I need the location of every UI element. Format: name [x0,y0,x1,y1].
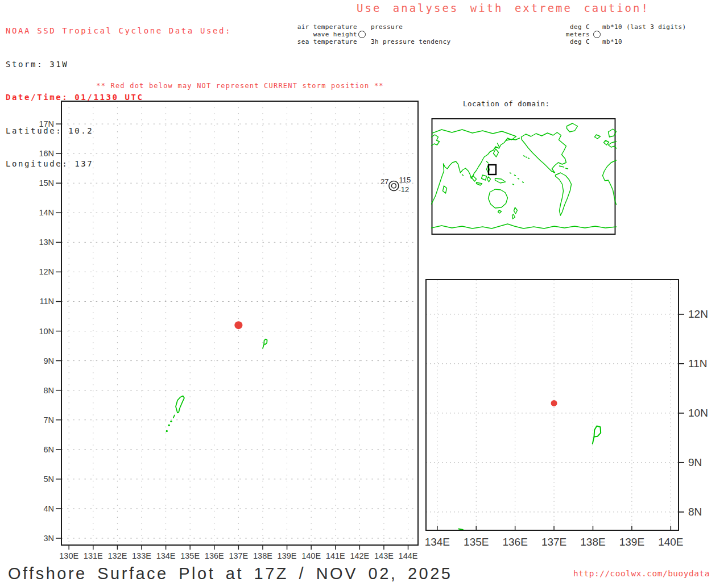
units-pressure-label: mb*10 (last 3 digits) [602,23,686,31]
y-tick-label: 11N [39,297,54,306]
legend-air-temperature-label: air temperature [255,23,357,31]
y-tick-label: 12N [39,267,54,276]
x-tick-label: 134E [156,551,176,560]
x-tick-label: 137E [541,536,566,548]
zoom_map-plot: 8N9N10N11N12N134E135E136E137E138E139E140… [425,280,708,548]
world-map-frame [432,119,615,234]
units-model-circle-icon [593,31,601,38]
units-tendency-label: mb*10 [602,38,622,45]
world-map-coastlines [432,123,617,228]
y-tick-label: 3N [43,534,54,543]
edge-island [459,529,464,530]
storm-position-warning: ** Red dot below may NOT represent CURRE… [61,82,419,90]
x-tick-label: 135E [180,551,200,560]
axis-ticks-labels: 8N9N10N11N12N134E135E136E137E138E139E140… [425,308,708,548]
x-tick-label: 138E [580,536,605,548]
storm-position-dot [551,400,557,406]
legend-wave-height-label: wave height [255,31,357,38]
y-tick-label: 11N [688,357,707,369]
x-tick-label: 138E [253,551,272,560]
plot-title: Offshore Surface Plot at 17Z / NOV 02, 2… [8,564,452,582]
x-tick-label: 139E [278,551,297,560]
info-line-noaa: NOAA SSD Tropical Cyclone Data Used: [6,26,231,37]
island-speck [170,421,172,422]
x-tick-label: 133E [132,551,151,560]
x-tick-label: 141E [326,551,345,560]
y-tick-label: 10N [39,327,54,336]
y-tick-label: 6N [43,445,54,454]
station-legend-labels: air temperature wave height sea temperat… [255,23,357,46]
caution-banner: Use analyses with extreme caution! [357,2,650,14]
station-pressure-tendency: -12 [398,185,409,194]
y-tick-label: 14N [39,208,54,217]
y-tick-label: 8N [43,386,54,395]
x-tick-label: 142E [350,551,369,560]
station-report: 27115-12 [380,176,411,194]
palau-main [176,396,184,413]
x-tick-label: 140E [301,551,321,560]
x-tick-label: 134E [425,536,450,548]
legend-sea-temperature-label: sea temperature [255,38,357,45]
world-map-inset [430,118,618,235]
palau-south [173,415,175,418]
info-line-longitude: Longitude: 137 [6,159,231,170]
plot-frame [426,280,679,530]
island-speck [168,424,169,426]
x-tick-label: 139E [619,536,644,548]
x-tick-label: 132E [107,551,127,560]
units-degc-label-1: deg C [539,23,590,31]
storm-position-dot [234,321,242,329]
station-inner-circle-icon [391,184,396,188]
legend-pressure-label: pressure [371,23,403,31]
legend-pressure-tendency-label: 3h pressure tendency [371,38,450,45]
station-pressure: 115 [399,176,411,184]
info-line-storm: Storm: 31W [6,59,231,70]
y-tick-label: 5N [43,475,54,484]
small-island-loop [594,426,601,437]
y-tick-label: 9N [688,456,702,468]
y-tick-label: 13N [39,238,54,247]
small-island-tail [263,344,264,348]
island-coastlines [166,339,267,433]
island-coastlines [459,426,601,530]
station-air-temperature: 27 [380,177,388,186]
units-legend-labels: deg C meters deg C [539,23,590,46]
axis-ticks-labels: 3N4N5N6N7N8N9N10N11N12N13N14N15N16N17N13… [39,119,417,560]
storm-info-block: NOAA SSD Tropical Cyclone Data Used: Sto… [6,3,231,181]
station-model-circle-icon [358,31,366,38]
island-speck [166,430,168,432]
source-url[interactable]: http://coolwx.com/buoydata [573,569,710,578]
x-tick-label: 131E [84,551,103,560]
x-tick-label: 143E [374,551,394,560]
units-meters-label: meters [539,31,590,38]
x-tick-label: 130E [59,551,78,560]
small-island-tail [593,437,594,444]
station-outer-circle-icon [389,181,399,190]
y-tick-label: 7N [43,415,54,425]
y-tick-label: 4N [43,504,54,513]
inset-title: Location of domain: [463,99,550,108]
x-tick-label: 136E [205,551,224,560]
y-tick-label: 9N [43,356,54,365]
units-degc-label-2: deg C [539,38,590,45]
x-tick-label: 137E [229,551,248,560]
grid-lines [426,280,679,530]
y-tick-label: 12N [688,308,708,320]
info-line-datetime: Date/Time: 01/1130 UTC [6,92,231,103]
x-tick-label: 140E [658,536,683,548]
x-tick-label: 144E [399,551,418,560]
x-tick-label: 135E [464,536,489,548]
x-tick-label: 136E [502,536,527,548]
y-tick-label: 10N [688,407,708,419]
y-tick-label: 8N [688,506,702,518]
small-island-loop [264,339,267,344]
info-line-latitude: Latitude: 10.2 [6,126,231,137]
